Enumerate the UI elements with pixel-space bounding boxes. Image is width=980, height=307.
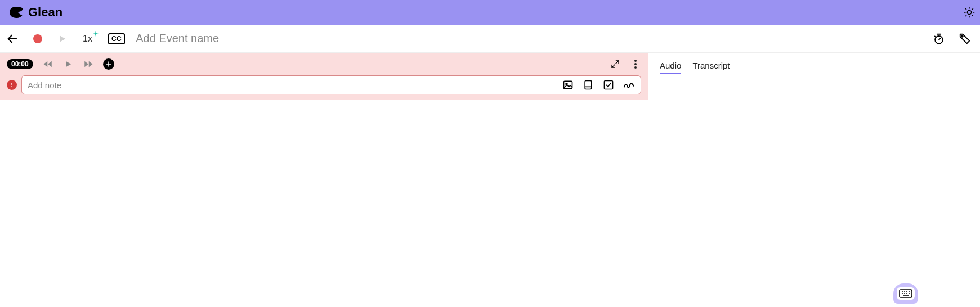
body: 00:00: [0, 53, 980, 307]
rewind-button[interactable]: [42, 58, 53, 70]
svg-marker-17: [48, 61, 52, 67]
checkbox-icon: [603, 79, 614, 91]
sparkle-icon: [92, 30, 99, 37]
plus-icon: [105, 61, 112, 67]
card-icon: [583, 79, 594, 91]
timer-button[interactable]: [933, 33, 945, 45]
svg-line-23: [616, 61, 619, 64]
add-task-button[interactable]: [602, 79, 615, 91]
svg-rect-25: [11, 83, 12, 85]
svg-marker-18: [66, 61, 71, 67]
kebab-icon: [634, 60, 637, 69]
rewind-icon: [43, 59, 53, 69]
event-name-input[interactable]: [133, 32, 910, 45]
svg-rect-31: [605, 81, 613, 89]
svg-line-24: [612, 65, 615, 67]
fast-forward-icon: [83, 59, 93, 69]
note-tools: [562, 79, 635, 91]
side-panel: Audio Transcript: [648, 53, 980, 307]
divider: [919, 29, 919, 48]
playback-speed[interactable]: 1x: [75, 25, 100, 52]
add-image-button[interactable]: [562, 79, 574, 91]
svg-line-14: [935, 36, 936, 37]
svg-line-5: [965, 8, 966, 10]
note-row: [7, 75, 641, 94]
svg-point-0: [967, 10, 971, 14]
tag-button[interactable]: [959, 33, 971, 45]
play-icon: [64, 60, 73, 69]
glean-logo-icon: [9, 6, 24, 19]
cc-icon: CC: [108, 33, 125, 44]
svg-marker-19: [84, 61, 88, 67]
assistant-widget[interactable]: [893, 283, 918, 304]
svg-line-8: [972, 8, 973, 10]
captions-toggle[interactable]: CC: [100, 25, 133, 52]
brand-name: Glean: [28, 5, 62, 20]
note-input-container: [21, 75, 641, 94]
svg-rect-32: [900, 290, 912, 297]
more-menu-button[interactable]: [630, 58, 641, 70]
recording-area: 00:00: [0, 53, 648, 100]
svg-marker-16: [43, 61, 47, 67]
add-card-button[interactable]: [582, 79, 594, 91]
tag-icon: [959, 33, 971, 45]
record-button[interactable]: [25, 25, 50, 52]
time-indicator: 00:00: [7, 59, 33, 69]
play-button-small[interactable]: [62, 58, 74, 70]
add-scribble-button[interactable]: [623, 79, 635, 91]
add-marker-button[interactable]: [103, 58, 114, 70]
exclamation-icon: [9, 82, 15, 88]
keyboard-icon: [897, 287, 915, 300]
speed-label: 1x: [83, 34, 92, 44]
theme-toggle[interactable]: [963, 6, 975, 19]
svg-marker-10: [60, 35, 65, 42]
expand-icon: [611, 60, 620, 69]
svg-line-7: [965, 15, 966, 16]
toolbar-right-group: [910, 25, 980, 52]
svg-marker-20: [88, 61, 92, 67]
warning-badge[interactable]: [7, 80, 17, 90]
scribble-icon: [623, 79, 635, 91]
svg-point-26: [11, 86, 12, 87]
arrow-left-icon: [6, 33, 19, 45]
play-icon: [58, 34, 67, 43]
svg-point-15: [961, 35, 963, 37]
play-button[interactable]: [50, 25, 75, 52]
brand-logo[interactable]: Glean: [9, 5, 62, 20]
app-header: Glean: [0, 0, 980, 25]
tab-audio[interactable]: Audio: [660, 61, 681, 74]
player-controls: 00:00: [7, 56, 641, 72]
image-icon: [562, 79, 574, 91]
fast-forward-button[interactable]: [83, 58, 94, 70]
stopwatch-icon: [933, 33, 945, 45]
main-toolbar: 1x CC: [0, 25, 980, 53]
sun-icon: [963, 6, 975, 19]
expand-button[interactable]: [610, 58, 621, 70]
side-tabs: Audio Transcript: [660, 61, 969, 74]
note-input[interactable]: [28, 80, 562, 90]
svg-line-6: [972, 15, 973, 16]
svg-rect-29: [585, 81, 592, 89]
back-button[interactable]: [0, 33, 25, 45]
tab-transcript[interactable]: Transcript: [692, 61, 730, 74]
record-icon: [33, 34, 42, 43]
svg-line-12: [939, 38, 941, 40]
main-pane: 00:00: [0, 53, 648, 307]
